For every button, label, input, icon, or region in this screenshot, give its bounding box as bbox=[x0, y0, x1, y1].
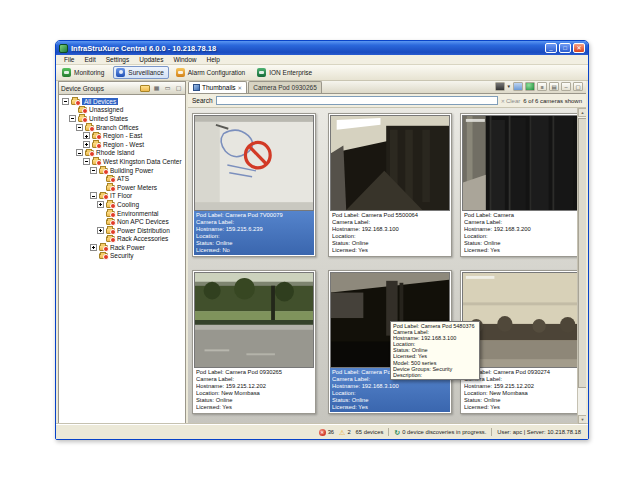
surveillance-button[interactable]: Surveillance bbox=[113, 66, 168, 79]
search-input[interactable] bbox=[216, 96, 498, 105]
monitoring-button[interactable]: Monitoring bbox=[59, 66, 109, 79]
discovery-status[interactable]: ↻ 0 device discoveries in progress. bbox=[394, 429, 486, 436]
caption-line: Pod Label: Camera Pod 0930265 bbox=[196, 369, 312, 376]
camera-thumbnail-2[interactable] bbox=[330, 115, 450, 211]
maximize-view-icon[interactable]: ▢ bbox=[174, 84, 183, 92]
caption-line: Status: Online bbox=[464, 397, 580, 404]
camera-caption-2: Pod Label: Camera Pod 5500064 Camera Lab… bbox=[330, 211, 450, 255]
tree-expander-icon[interactable] bbox=[97, 227, 104, 234]
camera-caption-4: Pod Label: Camera Pod 0930265 Camera Lab… bbox=[194, 368, 314, 412]
caption-line: Pod Label: Camera Pod 5500064 bbox=[332, 212, 448, 219]
tree-expander-icon[interactable] bbox=[83, 132, 90, 139]
tree-expander-icon[interactable] bbox=[83, 141, 90, 148]
tree-item[interactable]: Region - East bbox=[59, 131, 185, 140]
collapse-all-icon[interactable]: ▦ bbox=[152, 84, 161, 92]
caption-line: Location: bbox=[196, 233, 312, 240]
scrollbar-thumb[interactable] bbox=[578, 118, 586, 388]
camera-thumbnail-4[interactable] bbox=[194, 272, 314, 368]
tree-item[interactable]: Environmental bbox=[59, 209, 185, 218]
clear-search-button[interactable]: ✕ Clear bbox=[501, 98, 521, 104]
caption-line: Location: New Mombasa bbox=[464, 390, 580, 397]
tree-expander-icon[interactable] bbox=[97, 201, 104, 208]
thumbnail-size-icon[interactable] bbox=[513, 82, 523, 91]
tree-item[interactable]: Power Distribution bbox=[59, 226, 185, 235]
device-groups-panel: Device Groups ▦ ▭ ▢ All DevicesUnassigne… bbox=[58, 81, 186, 424]
caption-line: Status: Online bbox=[196, 240, 312, 247]
ion-enterprise-button[interactable]: ION Enterprise bbox=[254, 66, 317, 79]
tree-item[interactable]: Rack Accessories bbox=[59, 235, 185, 244]
tree-item-label: Cooling bbox=[117, 201, 139, 208]
tree-item[interactable]: IT Floor bbox=[59, 192, 185, 201]
main-toolbar: Monitoring Surveillance Alarm Configurat… bbox=[56, 65, 588, 81]
tree-item[interactable]: Rhode Island bbox=[59, 149, 185, 158]
tree-expander-icon[interactable] bbox=[76, 149, 83, 156]
view-dropdown-icon[interactable]: ▼ bbox=[507, 84, 511, 89]
clear-label: Clear bbox=[506, 98, 520, 104]
new-group-icon[interactable] bbox=[140, 85, 150, 92]
status-separator bbox=[491, 428, 492, 436]
camera-card-1[interactable]: Pod Label: Camera Pod 7V00079 Camera Lab… bbox=[192, 113, 316, 257]
menu-edit[interactable]: Edit bbox=[79, 56, 100, 63]
tree-expander-icon[interactable] bbox=[76, 124, 83, 131]
tree-item[interactable]: Region - West bbox=[59, 140, 185, 149]
warning-alarms-indicator[interactable]: ⚠ 2 bbox=[339, 429, 351, 436]
maximize-button[interactable]: □ bbox=[559, 43, 571, 53]
tree-item[interactable]: All Devices bbox=[59, 97, 185, 106]
tree-item[interactable]: Non APC Devices bbox=[59, 217, 185, 226]
camera-card-2[interactable]: Pod Label: Camera Pod 5500064 Camera Lab… bbox=[328, 113, 452, 257]
menu-file[interactable]: File bbox=[59, 56, 79, 63]
tree-expander-icon[interactable] bbox=[69, 115, 76, 122]
status-filter-icon[interactable] bbox=[525, 82, 535, 91]
camera-card-4[interactable]: Pod Label: Camera Pod 0930265 Camera Lab… bbox=[192, 270, 316, 414]
tree-item[interactable]: West Kingston Data Center bbox=[59, 157, 185, 166]
title-bar[interactable]: InfraStruXure Central 6.0.0 - 10.218.78.… bbox=[56, 41, 588, 55]
minimize-view-icon[interactable]: ▭ bbox=[163, 84, 172, 92]
warning-count: 2 bbox=[347, 429, 350, 435]
tree-expander-icon[interactable] bbox=[90, 244, 97, 251]
tree-item[interactable]: Power Meters bbox=[59, 183, 185, 192]
tree-expander-icon[interactable] bbox=[83, 158, 90, 165]
menu-settings[interactable]: Settings bbox=[101, 56, 135, 63]
folder-icon bbox=[92, 142, 101, 148]
menu-window[interactable]: Window bbox=[168, 56, 201, 63]
content-scrollbar[interactable]: ▲ ▼ bbox=[577, 108, 586, 424]
caption-line: Camera Label: bbox=[464, 376, 580, 383]
tree-item[interactable]: Cooling bbox=[59, 200, 185, 209]
scroll-up-icon[interactable]: ▲ bbox=[578, 108, 586, 117]
tree-item[interactable]: Security bbox=[59, 252, 185, 261]
tab-camera-pod[interactable]: Camera Pod 0930265 bbox=[248, 81, 322, 93]
tab-close-icon[interactable]: ✕ bbox=[238, 85, 243, 91]
camera-thumbnail-1[interactable] bbox=[194, 115, 314, 211]
tree-item[interactable]: Branch Offices bbox=[59, 123, 185, 132]
minimize-button[interactable]: _ bbox=[545, 43, 557, 53]
scroll-down-icon[interactable]: ▼ bbox=[578, 415, 586, 424]
device-count-label: 65 devices bbox=[356, 429, 384, 435]
tree-item-label: United States bbox=[89, 115, 128, 122]
folder-icon bbox=[106, 176, 115, 182]
thumbnails-area: Pod Label: Camera Pod 7V00079 Camera Lab… bbox=[188, 108, 586, 424]
tab-thumbnails[interactable]: Thumbnails ✕ bbox=[188, 81, 247, 93]
list-view-icon[interactable]: ≡ bbox=[537, 82, 547, 91]
tree-item[interactable]: United States bbox=[59, 114, 185, 123]
tree-item[interactable]: Unassigned bbox=[59, 106, 185, 115]
tree-expander-icon[interactable] bbox=[90, 167, 97, 174]
tree-item[interactable]: Rack Power bbox=[59, 243, 185, 252]
camera-card-3[interactable]: Pod Label: Camera Camera Label: Hostname… bbox=[460, 113, 584, 257]
camera-thumbnail-3[interactable] bbox=[462, 115, 582, 211]
tree-item[interactable]: ATS bbox=[59, 174, 185, 183]
maximize-editor-icon[interactable]: ▢ bbox=[573, 82, 583, 91]
monitoring-label: Monitoring bbox=[74, 69, 104, 76]
tree-expander-icon[interactable] bbox=[62, 98, 69, 105]
camera-thumbnail-6[interactable] bbox=[462, 272, 582, 368]
device-groups-tab[interactable]: Device Groups bbox=[61, 85, 104, 92]
critical-alarms-indicator[interactable]: ✕ 36 bbox=[319, 429, 334, 436]
alarm-configuration-button[interactable]: Alarm Configuration bbox=[173, 66, 250, 79]
minimize-editor-icon[interactable]: – bbox=[561, 82, 571, 91]
tree-expander-icon[interactable] bbox=[90, 192, 97, 199]
menu-updates[interactable]: Updates bbox=[134, 56, 168, 63]
table-view-icon[interactable]: ▤ bbox=[549, 82, 559, 91]
close-button[interactable]: ✕ bbox=[573, 43, 585, 53]
camera-view-icon[interactable] bbox=[495, 82, 505, 91]
menu-help[interactable]: Help bbox=[202, 56, 225, 63]
tree-item[interactable]: Building Power bbox=[59, 166, 185, 175]
